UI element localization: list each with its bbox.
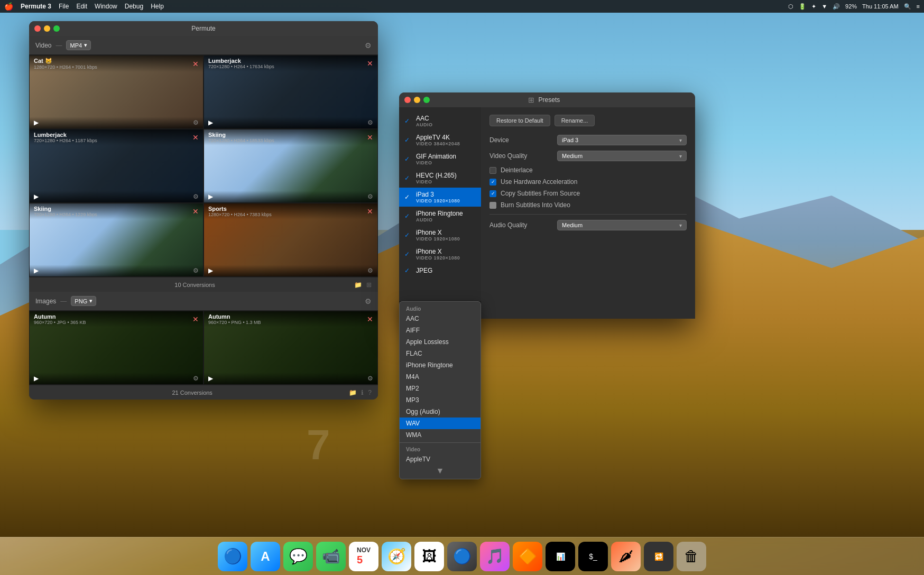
dock-itunes[interactable]: 🎵 xyxy=(480,542,510,571)
dock-facetime[interactable]: 📹 xyxy=(316,542,346,571)
file-lumberjack-play[interactable]: ▶ xyxy=(208,119,213,126)
dock-safari[interactable]: 🧭 xyxy=(382,542,411,571)
file-skiing2-settings[interactable]: ⚙ xyxy=(193,267,199,274)
dropdown-m4a[interactable]: M4A xyxy=(400,371,481,383)
dock-terminal[interactable]: $_ xyxy=(578,542,608,571)
preset-item-8[interactable]: ✓JPEG xyxy=(399,264,481,277)
dropdown-flac[interactable]: FLAC xyxy=(400,348,481,359)
preset-name-3: HEVC (H.265) xyxy=(416,172,475,179)
apple-menu[interactable]: 🍎 xyxy=(4,2,13,11)
dropdown-appletv[interactable]: AppleTV xyxy=(400,453,481,465)
dock-paprika[interactable]: 🌶 xyxy=(611,542,641,571)
folder-icon2[interactable]: 📁 xyxy=(349,389,357,396)
file-cat-settings[interactable]: ⚙ xyxy=(193,119,199,126)
preset-item-7[interactable]: ✓iPhone XVIDEO 1920×1080 xyxy=(399,245,481,264)
preset-item-4[interactable]: ✓iPad 3VIDEO 1920×1080 xyxy=(399,188,481,207)
restore-default-button[interactable]: Restore to Default xyxy=(489,115,550,126)
dock-permute[interactable]: 🔁 xyxy=(644,542,673,571)
menu-edit[interactable]: Edit xyxy=(76,3,87,10)
presets-maximize-button[interactable] xyxy=(423,97,430,103)
burn-subtitles-checkbox[interactable] xyxy=(489,202,496,209)
dock-activity[interactable]: 📊 xyxy=(546,542,575,571)
device-select[interactable]: iPad 3 ▾ xyxy=(557,135,687,145)
preset-item-1[interactable]: ✓AppleTV 4KVIDEO 3840×2048 xyxy=(399,131,481,150)
grid-icon[interactable]: ⊞ xyxy=(366,281,372,289)
dropdown-wav[interactable]: WAV xyxy=(400,418,481,429)
preset-item-3[interactable]: ✓HEVC (H.265)VIDEO xyxy=(399,169,481,188)
video-settings-gear[interactable]: ⚙ xyxy=(365,41,372,50)
file-autumn-jpg-close[interactable]: ✕ xyxy=(192,316,199,323)
preset-type-5: AUDIO xyxy=(416,217,475,222)
dropdown-wma[interactable]: WMA xyxy=(400,429,481,441)
hw-accel-checkbox[interactable] xyxy=(489,179,496,186)
dock-compass[interactable]: 🔵 xyxy=(447,542,477,571)
file-lumberjack2-close[interactable]: ✕ xyxy=(192,134,199,141)
dock-trash[interactable]: 🗑 xyxy=(677,542,706,571)
folder-icon[interactable]: 📁 xyxy=(354,281,362,289)
file-lumberjack-close[interactable]: ✕ xyxy=(367,60,373,67)
rename-button[interactable]: Rename... xyxy=(555,115,595,126)
images-format-select[interactable]: PNG ▾ xyxy=(71,296,96,306)
dropdown-aac[interactable]: AAC xyxy=(400,313,481,324)
menu-debug[interactable]: Debug xyxy=(125,3,143,10)
images-settings-gear[interactable]: ⚙ xyxy=(365,297,372,305)
file-autumn-jpg-settings[interactable]: ⚙ xyxy=(193,375,199,382)
help-icon[interactable]: ? xyxy=(368,389,372,396)
dock-appstore[interactable]: A xyxy=(251,542,280,571)
dock-finder[interactable]: 🔵 xyxy=(218,542,247,571)
dropdown-mp3[interactable]: MP3 xyxy=(400,394,481,406)
presets-window: ⊞ Presets ✓AACAUDIO✓AppleTV 4KVIDEO 3840… xyxy=(399,92,695,319)
audio-quality-select[interactable]: Medium ▾ xyxy=(557,220,687,230)
file-skiing2-play[interactable]: ▶ xyxy=(34,267,39,274)
menu-file[interactable]: File xyxy=(59,3,69,10)
close-button[interactable] xyxy=(34,25,41,32)
video-format-select[interactable]: MP4 ▾ xyxy=(66,40,91,50)
file-cat-play[interactable]: ▶ xyxy=(34,119,39,126)
preset-item-0[interactable]: ✓AACAUDIO xyxy=(399,112,481,131)
copy-subtitles-checkbox[interactable] xyxy=(489,190,496,197)
file-sports-settings[interactable]: ⚙ xyxy=(367,267,373,274)
file-card-lumberjack2-header: Lumberjack 720×1280 • H264 • 1187 kbps ✕ xyxy=(30,129,203,145)
file-lumberjack2-settings[interactable]: ⚙ xyxy=(193,193,199,200)
preset-item-2[interactable]: ✓GIF AnimationVIDEO xyxy=(399,150,481,169)
file-autumn-png-close[interactable]: ✕ xyxy=(367,316,373,323)
menu-help[interactable]: Help xyxy=(151,3,164,10)
dropdown-ogg[interactable]: Ogg (Audio) xyxy=(400,406,481,418)
deinterlace-checkbox[interactable] xyxy=(489,167,496,174)
preset-item-5[interactable]: ✓iPhone RingtoneAUDIO xyxy=(399,207,481,226)
dock-photos[interactable]: 🖼 xyxy=(414,542,444,571)
dropdown-aiff[interactable]: AIFF xyxy=(400,324,481,336)
file-sports-close[interactable]: ✕ xyxy=(367,208,373,215)
dock-vlc[interactable]: 🔶 xyxy=(513,542,542,571)
grid-view-icon[interactable]: ⊞ xyxy=(528,96,534,104)
dropdown-iphone-ringtone[interactable]: iPhone Ringtone xyxy=(400,359,481,371)
file-lumberjack2-play[interactable]: ▶ xyxy=(34,193,39,200)
menu-window[interactable]: Window xyxy=(95,3,117,10)
control-center-icon[interactable]: ≡ xyxy=(917,3,920,10)
preset-item-6[interactable]: ✓iPhone XVIDEO 1920×1080 xyxy=(399,226,481,245)
dock-calendar[interactable]: NOV5 xyxy=(349,542,378,571)
presets-minimize-button[interactable] xyxy=(414,97,420,103)
file-lumberjack-settings[interactable]: ⚙ xyxy=(367,119,373,126)
info-icon[interactable]: ℹ xyxy=(361,389,364,396)
presets-body: ✓AACAUDIO✓AppleTV 4KVIDEO 3840×2048✓GIF … xyxy=(399,107,695,319)
vlc-icon: 🔶 xyxy=(519,548,537,565)
search-icon[interactable]: 🔍 xyxy=(904,3,911,10)
file-skiing-settings[interactable]: ⚙ xyxy=(367,193,373,200)
file-skiing-play[interactable]: ▶ xyxy=(208,193,213,200)
file-sports-play[interactable]: ▶ xyxy=(208,267,213,274)
file-skiing2-close[interactable]: ✕ xyxy=(192,208,199,215)
minimize-button[interactable] xyxy=(44,25,50,32)
dropdown-apple-lossless[interactable]: Apple Lossless xyxy=(400,336,481,348)
file-cat-close[interactable]: ✕ xyxy=(192,60,199,68)
presets-close-button[interactable] xyxy=(404,97,411,103)
app-name[interactable]: Permute 3 xyxy=(21,3,51,10)
maximize-button[interactable] xyxy=(53,25,60,32)
file-autumn-jpg-play[interactable]: ▶ xyxy=(34,375,39,382)
video-quality-select[interactable]: Medium ▾ xyxy=(557,151,687,161)
file-skiing-close[interactable]: ✕ xyxy=(367,134,373,141)
dock-messages[interactable]: 💬 xyxy=(283,542,313,571)
file-autumn-png-settings[interactable]: ⚙ xyxy=(367,375,373,382)
dropdown-mp2[interactable]: MP2 xyxy=(400,383,481,394)
file-autumn-png-play[interactable]: ▶ xyxy=(208,375,213,382)
